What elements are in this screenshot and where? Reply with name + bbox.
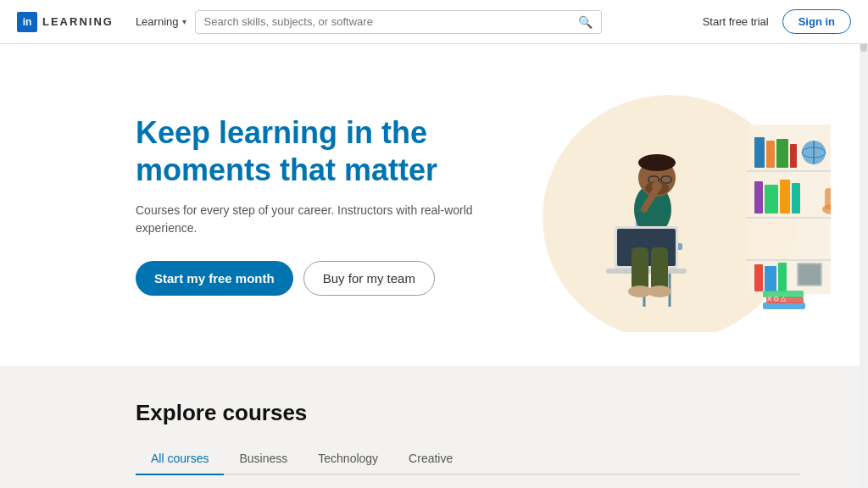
svg-rect-28 — [798, 264, 821, 285]
buy-for-team-button[interactable]: Buy for my team — [303, 261, 435, 296]
tab-business[interactable]: Business — [224, 443, 303, 475]
svg-rect-26 — [778, 263, 787, 291]
svg-text:X O △: X O △ — [767, 295, 787, 302]
svg-rect-6 — [766, 141, 775, 168]
linkedin-icon: in — [17, 12, 37, 32]
hero-content: Keep learning in the moments that matter… — [136, 114, 475, 295]
header: in LEARNING Learning ▾ 🔍 Start free tria… — [0, 0, 868, 44]
scrollbar-track[interactable] — [860, 0, 868, 488]
tab-all-courses[interactable]: All courses — [136, 443, 224, 475]
svg-rect-5 — [754, 137, 765, 168]
start-free-month-button[interactable]: Start my free month — [136, 261, 293, 296]
hero-title: Keep learning in the moments that matter — [136, 114, 475, 187]
svg-rect-15 — [765, 185, 778, 214]
svg-rect-32 — [763, 302, 805, 309]
svg-rect-8 — [790, 144, 797, 168]
hero-illustration: X O △ — [475, 78, 831, 332]
svg-point-55 — [648, 286, 671, 297]
tab-technology[interactable]: Technology — [303, 443, 393, 475]
svg-rect-19 — [825, 188, 831, 209]
learning-dropdown[interactable]: Learning ▾ — [127, 10, 195, 33]
svg-rect-52 — [632, 247, 648, 290]
svg-rect-25 — [765, 266, 776, 291]
svg-rect-24 — [754, 264, 763, 291]
svg-rect-7 — [776, 139, 788, 168]
svg-rect-14 — [754, 181, 763, 214]
tab-creative[interactable]: Creative — [393, 443, 468, 475]
start-trial-button[interactable]: Start free trial — [703, 15, 769, 28]
search-input[interactable] — [204, 15, 578, 28]
explore-title: Explore courses — [136, 400, 800, 426]
svg-point-48 — [652, 181, 662, 191]
svg-rect-53 — [651, 247, 668, 290]
logo[interactable]: in LEARNING — [17, 12, 114, 32]
hero-section: Keep learning in the moments that matter… — [0, 44, 868, 366]
svg-point-45 — [638, 154, 676, 171]
sign-in-button[interactable]: Sign in — [782, 9, 851, 34]
header-actions: Start free trial Sign in — [703, 9, 851, 34]
svg-rect-16 — [780, 180, 790, 214]
chevron-down-icon: ▾ — [182, 17, 186, 26]
search-icon[interactable]: 🔍 — [578, 15, 593, 29]
logo-text: LEARNING — [42, 15, 114, 28]
search-bar[interactable]: 🔍 — [195, 10, 602, 34]
svg-rect-17 — [792, 183, 800, 214]
hero-svg: X O △ — [475, 78, 831, 332]
hero-buttons: Start my free month Buy for my team — [136, 261, 475, 296]
explore-section: Explore courses All coursesBusinessTechn… — [0, 366, 868, 488]
tabs-row: All coursesBusinessTechnologyCreative — [136, 443, 800, 475]
hero-subtitle: Courses for every step of your career. I… — [136, 202, 475, 237]
